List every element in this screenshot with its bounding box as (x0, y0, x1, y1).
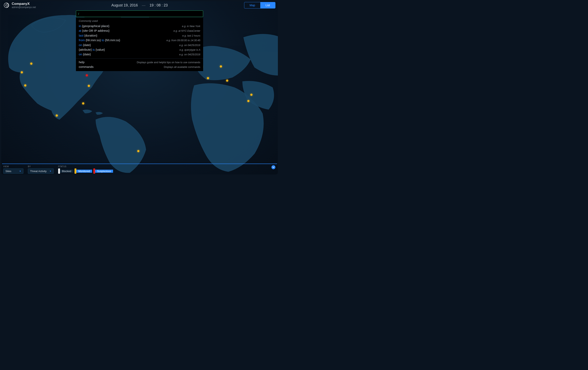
view-select[interactable]: Sites ▼ (3, 169, 23, 174)
chevron-down-icon (272, 166, 275, 169)
map-dot[interactable] (226, 80, 228, 82)
tab-map[interactable]: Map (244, 2, 260, 8)
suggest-row[interactable]: at {site OR IP address} e.g. at NYC-Data… (79, 28, 200, 33)
suggest-footer-row[interactable]: commands Displays all available commands (79, 64, 200, 69)
map-dot[interactable] (21, 71, 23, 74)
chevron-down-icon: ▼ (19, 170, 21, 172)
by-filter-group: BY Threat Activity ▼ (28, 165, 54, 174)
suggest-row[interactable]: on {date} e.g. on 04/25/2016 (79, 52, 200, 57)
map-dot[interactable] (82, 102, 84, 105)
expand-button[interactable] (271, 165, 275, 169)
suggest-row[interactable]: last {duration} e.g. last 2 hours (79, 33, 200, 38)
map-dot[interactable] (137, 150, 139, 152)
suggest-row[interactable]: from {hh:mm:ss} to {hh:mm:ss} e.g. from … (79, 38, 200, 42)
chevron-down-icon: ▼ (50, 170, 52, 172)
status-filter-group: STATUS Blocked Monitored Suspiscious (58, 165, 113, 174)
svg-point-1 (5, 4, 7, 6)
map-dot[interactable] (30, 63, 32, 65)
clock: August 19, 2016 — 19 : 08 : 23 (111, 3, 168, 8)
account-email: admin@companyx.net (12, 6, 36, 9)
suggest-row[interactable]: {attribute} is {value} e.g. querytype is… (79, 47, 200, 52)
view-label: VIEW (3, 165, 23, 168)
status-pill-suspicious[interactable]: Suspiscious (93, 169, 113, 174)
search-input[interactable] (78, 12, 201, 16)
suggest-row[interactable]: on {date} e.g. on 04/25/2016 (79, 42, 200, 47)
status-label: STATUS (58, 165, 113, 168)
search-suggestions: Commonly used in {geopraphical place} e.… (76, 17, 203, 71)
map-dot[interactable] (86, 74, 88, 76)
search-panel: Commonly used in {geopraphical place} e.… (76, 11, 203, 71)
map-dot[interactable] (247, 100, 250, 102)
status-pill-monitored[interactable]: Monitored (74, 169, 92, 174)
svg-point-0 (4, 3, 9, 8)
clock-time: 19 : 08 : 23 (150, 3, 168, 8)
search-input-wrap[interactable] (76, 11, 203, 17)
clock-date: August 19, 2016 (111, 3, 138, 8)
company-name: CompanyX (12, 2, 36, 6)
brand: CompanyX admin@companyx.net (4, 2, 36, 9)
by-label: BY (28, 165, 54, 168)
tab-list[interactable]: List (260, 2, 275, 8)
logo-icon (4, 2, 9, 8)
by-select[interactable]: Threat Activity ▼ (28, 169, 54, 174)
status-pill-blocked[interactable]: Blocked (58, 169, 73, 174)
view-toggle: Map List (244, 2, 275, 9)
map-dot[interactable] (56, 115, 58, 117)
view-filter-group: VIEW Sites ▼ (3, 165, 23, 174)
header: CompanyX admin@companyx.net August 19, 2… (0, 0, 279, 11)
suggest-header: Commonly used (79, 19, 200, 22)
map-dot[interactable] (24, 85, 26, 87)
suggest-footer-row[interactable]: help Displays guide and helpful tips on … (79, 60, 200, 64)
map-dot[interactable] (250, 94, 252, 96)
suggest-row[interactable]: in {geopraphical place} e.g. in New York (79, 24, 200, 28)
bottom-separator (2, 164, 277, 164)
map-dot[interactable] (88, 85, 90, 87)
map-dot[interactable] (220, 65, 222, 68)
bottom-bar: VIEW Sites ▼ BY Threat Activity ▼ STATUS… (0, 164, 279, 176)
clock-sep: — (142, 3, 146, 8)
map-dot[interactable] (207, 77, 209, 79)
